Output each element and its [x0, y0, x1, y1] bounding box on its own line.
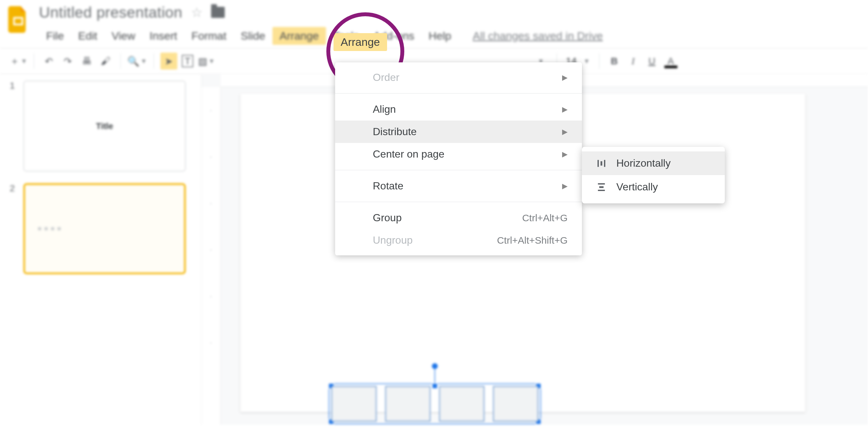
italic-button[interactable]: I	[625, 53, 642, 69]
slide-thumb-2[interactable]	[23, 183, 186, 274]
new-slide-button[interactable]: ＋▼	[10, 53, 27, 69]
svg-rect-7	[598, 190, 604, 191]
arrange-order[interactable]: Order▶	[335, 66, 582, 89]
document-title[interactable]: Untitled presentation	[39, 3, 183, 21]
submenu-arrow-icon: ▶	[562, 73, 568, 82]
folder-icon[interactable]	[211, 7, 225, 18]
distribute-submenu: Horizontally Vertically	[582, 147, 725, 203]
bold-button[interactable]: B	[606, 53, 623, 69]
distribute-horizontal-icon	[595, 158, 608, 169]
menu-view[interactable]: View	[104, 27, 142, 45]
text-color-button[interactable]: A	[662, 53, 679, 69]
arrange-rotate[interactable]: Rotate▶	[335, 175, 582, 197]
shape[interactable]	[439, 386, 485, 422]
print-button[interactable]: 🖶	[78, 53, 95, 69]
select-tool[interactable]: ➤	[160, 53, 177, 69]
redo-button[interactable]: ↷	[59, 53, 76, 69]
submenu-arrow-icon: ▶	[562, 150, 568, 158]
submenu-arrow-icon: ▶	[562, 182, 568, 190]
paint-format-button[interactable]: 🖌	[97, 53, 114, 69]
menu-format[interactable]: Format	[184, 27, 234, 45]
shape[interactable]	[385, 386, 431, 422]
svg-rect-2	[597, 160, 599, 167]
svg-rect-4	[604, 160, 605, 167]
menu-insert[interactable]: Insert	[142, 27, 184, 45]
rotate-handle-icon[interactable]	[432, 363, 438, 369]
menu-arrange-highlight[interactable]: Arrange	[334, 33, 387, 51]
svg-rect-3	[600, 161, 602, 166]
save-status[interactable]: All changes saved in Drive	[473, 30, 603, 42]
document-header: Untitled presentation ☆ File Edit View I…	[0, 0, 868, 45]
shape[interactable]	[331, 386, 377, 422]
image-tool[interactable]: ▧▼	[198, 53, 215, 69]
undo-button[interactable]: ↶	[40, 53, 58, 69]
arrange-distribute[interactable]: Distribute▶	[335, 121, 582, 143]
selected-shapes[interactable]	[331, 386, 538, 422]
thumb-number: 1	[10, 81, 18, 172]
menu-help[interactable]: Help	[422, 27, 459, 45]
shape[interactable]	[493, 386, 538, 422]
zoom-button[interactable]: 🔍▼	[127, 53, 147, 69]
menu-file[interactable]: File	[39, 27, 71, 45]
arrange-center-on-page[interactable]: Center on page▶	[335, 143, 582, 166]
arrange-align[interactable]: Align▶	[335, 98, 582, 121]
svg-rect-6	[599, 186, 603, 188]
menu-slide[interactable]: Slide	[234, 27, 273, 45]
slide-thumb-1[interactable]: Title	[23, 81, 186, 172]
submenu-arrow-icon: ▶	[562, 128, 568, 136]
arrange-ungroup[interactable]: UngroupCtrl+Alt+Shift+G	[335, 229, 582, 251]
arrange-dropdown: Order▶ Align▶ Distribute▶ Center on page…	[335, 62, 582, 256]
arrange-group[interactable]: GroupCtrl+Alt+G	[335, 207, 582, 229]
slide-thumbnails: 1 Title 2	[0, 74, 202, 425]
textbox-tool[interactable]: T	[179, 53, 196, 69]
shortcut-label: Ctrl+Alt+G	[522, 212, 568, 223]
distribute-horizontally[interactable]: Horizontally	[582, 151, 725, 175]
distribute-vertical-icon	[595, 182, 608, 192]
menu-edit[interactable]: Edit	[71, 27, 104, 45]
svg-rect-5	[598, 183, 604, 184]
menubar: File Edit View Insert Format Slide Arran…	[39, 27, 603, 45]
shortcut-label: Ctrl+Alt+Shift+G	[497, 235, 568, 246]
svg-rect-1	[15, 19, 22, 23]
star-icon[interactable]: ☆	[191, 5, 203, 20]
distribute-vertically[interactable]: Vertically	[582, 175, 725, 199]
slides-logo-icon	[6, 3, 31, 36]
vertical-ruler: ······	[202, 87, 221, 425]
thumb-number: 2	[10, 183, 18, 274]
submenu-arrow-icon: ▶	[562, 105, 568, 114]
underline-button[interactable]: U	[644, 53, 660, 69]
menu-arrange[interactable]: Arrange	[273, 27, 326, 45]
